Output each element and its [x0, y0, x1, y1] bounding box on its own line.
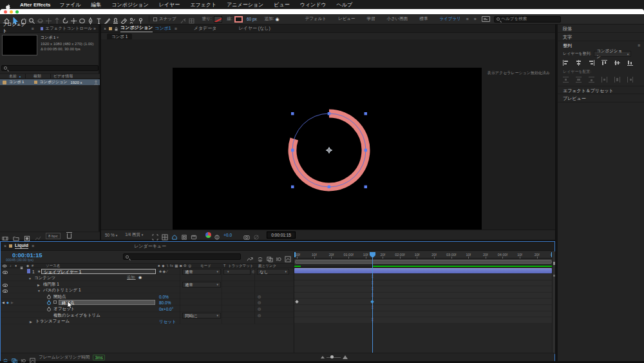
resolution-select[interactable]: 1/4 画質 ▾ [125, 232, 143, 238]
project-search-input[interactable] [1, 65, 99, 71]
panel-paragraph[interactable]: 段落 [558, 25, 644, 33]
trash-icon[interactable] [67, 233, 71, 239]
time-ruler[interactable]: :00f10f20f01:00f10f20f02:00f10f20f03:00f… [294, 251, 554, 259]
menu-item[interactable]: コンポジション [111, 1, 148, 8]
track-matte-select[interactable]: ▾ [223, 269, 251, 275]
viewer-timecode[interactable]: 0:00:01:15 [267, 231, 296, 239]
roi-icon[interactable] [152, 231, 159, 239]
pan-camera-tool-icon[interactable] [44, 15, 53, 23]
property-group-contents[interactable]: ▼ コンテンツ 追加: ◉ [1, 275, 294, 281]
column-video-info[interactable]: ビデオ情報 [53, 74, 73, 79]
distribute-horizontal-center-icon[interactable] [614, 77, 620, 83]
type-tool-icon[interactable] [95, 15, 103, 23]
column-type[interactable]: 種類 [33, 74, 41, 79]
graph-editor-toggle-icon[interactable] [30, 355, 35, 360]
column-t[interactable]: T [223, 264, 225, 268]
new-composition-icon[interactable] [24, 233, 31, 240]
menu-item[interactable]: ウィンドウ [300, 1, 327, 8]
add-label[interactable]: 追加: [127, 275, 136, 280]
panel-effects-presets[interactable]: エフェクト＆プリセット [558, 86, 644, 94]
align-target-select[interactable]: コンポジション▾ [594, 51, 631, 57]
zoom-out-mountain-icon[interactable] [321, 356, 325, 358]
expression-graph-icon[interactable] [53, 300, 57, 304]
close-tab-icon[interactable]: × [4, 244, 6, 248]
column-mode[interactable]: モード [200, 264, 211, 268]
orbit-camera-tool-icon[interactable] [36, 15, 44, 23]
distribute-bottom-icon[interactable] [589, 77, 594, 83]
add-shape-target-icon[interactable]: ◉ [276, 17, 279, 22]
workspace-menu-icon[interactable]: ≡ [466, 17, 469, 21]
comp-panel-menu-icon[interactable]: ≡ [175, 26, 177, 31]
composition-mini-flowchart-icon[interactable] [247, 253, 254, 260]
exposure-reset-icon[interactable] [214, 231, 221, 239]
stroke-color-swatch[interactable] [234, 16, 243, 23]
property-group-ellipse[interactable]: ▶ 楕円形 1 通常▾ [1, 281, 294, 288]
timeline-zoom-slider[interactable] [321, 355, 348, 359]
menu-item[interactable]: ヘルプ [337, 1, 353, 8]
puppet-pin-tool-icon[interactable] [137, 15, 145, 23]
dolly-camera-tool-icon[interactable] [53, 15, 61, 23]
workspace-tab[interactable]: 学習 [366, 16, 375, 22]
motion-blur-icon[interactable] [276, 253, 283, 260]
workspace-tab[interactable]: 小さい画面 [386, 16, 408, 22]
help-search-input[interactable]: ヘルプを検索 [494, 16, 561, 23]
layer-row[interactable]: 1 ★ シェイプレイヤー 1 ♣ ◆ ∕ 通常▾ ▾ ◎ なし▾ [1, 268, 294, 275]
tab-timeline[interactable]: Liquid [15, 243, 28, 249]
tab-composition[interactable]: コンポジション [120, 25, 153, 32]
keyframe[interactable] [295, 300, 299, 304]
align-bottom-icon[interactable] [627, 60, 633, 66]
pen-tool-icon[interactable] [86, 15, 95, 23]
graph-editor-icon[interactable] [285, 253, 292, 260]
apple-menu-icon[interactable] [5, 1, 11, 8]
window-minimize-button[interactable] [10, 10, 13, 14]
pan-behind-tool-icon[interactable] [70, 15, 78, 23]
stopwatch-icon[interactable] [47, 295, 51, 299]
magnification-select[interactable]: 50 % ▾ [105, 233, 117, 237]
frame-blend-toggle-icon[interactable] [12, 355, 17, 360]
workspace-tab[interactable]: 標準 [419, 16, 428, 22]
column-name[interactable]: 名前 [9, 74, 17, 79]
menu-item[interactable]: 編集 [91, 1, 101, 8]
column-label-icon[interactable]: ◆ [26, 264, 29, 268]
project-item-row[interactable]: コンポ 1 コンポジション 1920 x [0, 79, 100, 85]
property-start[interactable]: 開始点 0.0% ◎ [1, 293, 294, 300]
tab-layer[interactable]: レイヤー (なし) [238, 25, 270, 32]
distribute-vertical-center-icon[interactable] [576, 77, 582, 83]
brush-tool-icon[interactable] [103, 15, 111, 23]
workspace-tab[interactable]: レビュー [338, 16, 355, 22]
menu-item[interactable]: アニメーション [227, 1, 263, 8]
column-audio-icon[interactable]: ♪ [10, 264, 12, 268]
viewer-comp-tab[interactable]: コンポ 1 [107, 34, 132, 39]
clone-stamp-tool-icon[interactable] [111, 15, 120, 23]
property-end-selected[interactable]: ◀ ◆ ▶ 終了点 80.0% ◎ [1, 299, 294, 306]
workspace-tab[interactable]: デフォルト [305, 16, 327, 22]
property-group-trim-paths[interactable]: ▼ パスのトリミング 1 [1, 287, 294, 293]
mask-visibility-icon[interactable] [171, 231, 178, 239]
work-area-start-handle[interactable] [294, 252, 296, 257]
align-top-icon[interactable] [601, 60, 607, 66]
work-area-track[interactable] [294, 259, 554, 264]
window-close-button[interactable] [4, 10, 7, 14]
align-horizontal-center-icon[interactable] [576, 60, 582, 66]
color-depth-button[interactable]: 8 bpc [46, 233, 61, 239]
add-target-icon[interactable]: ◉ [138, 275, 142, 280]
tab-effect-controls[interactable]: エフェクトコントロール： [45, 26, 93, 32]
snapshot-camera-icon[interactable] [243, 231, 251, 239]
property-trim-multiple[interactable]: 複数のシェイプをトリム 同時に▾ ◎ [1, 312, 294, 319]
align-panel-menu-icon[interactable]: ≡ [638, 41, 640, 50]
column-source-name[interactable]: ソース名 [46, 264, 60, 268]
zoom-in-mountain-icon[interactable] [343, 355, 348, 359]
stopwatch-icon[interactable] [47, 308, 51, 311]
tab-project[interactable]: プロジェクト [3, 21, 28, 35]
timeline-search-input[interactable] [123, 253, 241, 260]
tab-metadata[interactable]: メタデータ [194, 25, 217, 32]
shape-tool-icon[interactable] [78, 15, 86, 23]
menu-item[interactable]: エフェクト [190, 1, 216, 8]
eraser-tool-icon[interactable] [120, 15, 128, 23]
menu-item[interactable]: ファイル [60, 1, 81, 8]
property-offset[interactable]: オフセット 0x+0.0° ◎ [1, 306, 294, 312]
distribute-top-icon[interactable] [563, 77, 569, 83]
comp-thumbnail[interactable] [2, 35, 37, 55]
frame-blending-icon[interactable] [267, 253, 274, 260]
comp-button-icon[interactable] [553, 275, 555, 277]
